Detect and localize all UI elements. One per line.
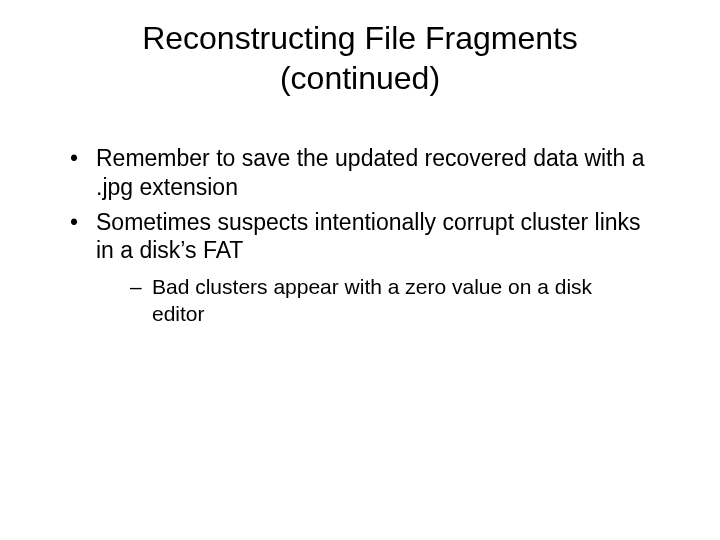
sub-bullet-item: Bad clusters appear with a zero value on… <box>130 273 650 328</box>
title-line-1: Reconstructing File Fragments <box>142 20 578 56</box>
bullet-item: Sometimes suspects intentionally corrupt… <box>70 208 650 328</box>
title-line-2: (continued) <box>280 60 440 96</box>
slide-title: Reconstructing File Fragments (continued… <box>40 18 680 98</box>
slide: Reconstructing File Fragments (continued… <box>0 0 720 540</box>
sub-bullet-list: Bad clusters appear with a zero value on… <box>96 273 650 328</box>
bullet-item: Remember to save the updated recovered d… <box>70 144 650 202</box>
bullet-text: Remember to save the updated recovered d… <box>96 145 645 200</box>
bullet-text: Sometimes suspects intentionally corrupt… <box>96 209 641 264</box>
sub-bullet-text: Bad clusters appear with a zero value on… <box>152 275 592 325</box>
bullet-list: Remember to save the updated recovered d… <box>40 144 680 328</box>
